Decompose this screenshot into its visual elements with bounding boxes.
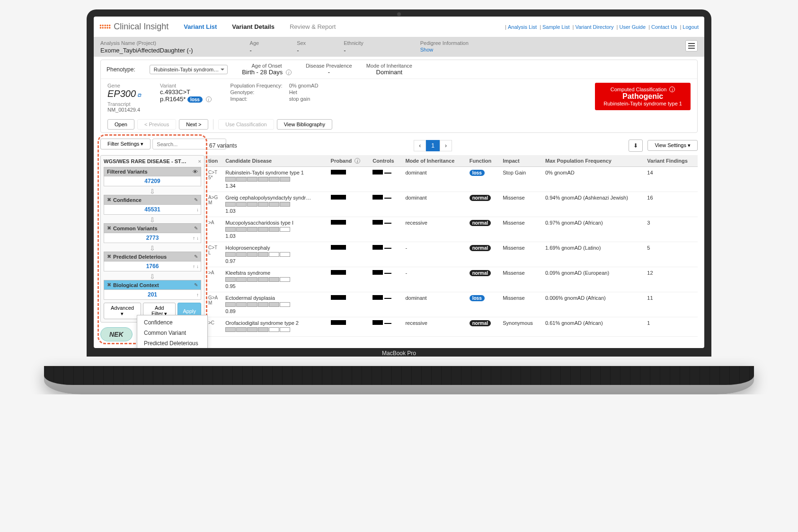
phenotype-select[interactable]: Rubinstein-Taybi syndrom… (150, 65, 228, 74)
score-bar (225, 302, 323, 307)
proband-cell (327, 167, 369, 192)
filter-block-name: Common Variants (113, 226, 192, 231)
edit-icon[interactable]: ✎ (194, 254, 198, 259)
pager-next[interactable]: › (440, 140, 452, 151)
filter-block-count[interactable]: 45531 (144, 206, 160, 213)
edit-icon[interactable]: ✎ (194, 282, 198, 288)
ethnicity-label: Ethnicity (344, 40, 364, 46)
table-column-header[interactable]: Function (466, 155, 499, 167)
table-row[interactable]: C>T5* Rubinstein-Taybi syndrome type 11.… (204, 167, 698, 192)
export-icon[interactable]: ⬇ (629, 140, 643, 152)
filter-settings-button[interactable]: Filter Settings ▾ (100, 139, 151, 149)
proband-cell (327, 242, 369, 267)
view-settings-button[interactable]: View Settings ▾ (647, 140, 698, 151)
ethnicity-value: - (344, 47, 364, 54)
advanced-button[interactable]: Advanced ▾ (104, 303, 141, 319)
filter-block-head[interactable]: ✖ Biological Context ✎ (104, 280, 201, 290)
tab-review-report[interactable]: Review & Report (284, 20, 342, 33)
pager-prev[interactable]: ‹ (414, 140, 426, 151)
laptop-label: MacBook Pro (94, 348, 704, 357)
pedigree-show-link[interactable]: Show (420, 47, 469, 52)
table-column-header[interactable]: Impact (499, 155, 541, 167)
reorder-arrows[interactable]: ↑ ↓ (193, 235, 199, 241)
filter-block-count[interactable]: 1766 (146, 263, 159, 270)
add-filter-menu-item[interactable]: Predicted Deleterious (137, 338, 207, 348)
open-button[interactable]: Open (107, 119, 134, 130)
pager-page-1[interactable]: 1 (426, 140, 440, 151)
arrow-down-icon: ⇩ (104, 217, 201, 223)
arrow-down-icon: ⇩ (104, 245, 201, 252)
gene-badge[interactable]: NEK (100, 327, 133, 341)
filter-block-count[interactable]: 201 (148, 291, 157, 298)
eye-icon[interactable]: 👁 (193, 169, 198, 174)
reorder-arrows[interactable]: ↓ (196, 207, 199, 212)
filter-block-head[interactable]: ✖ Predicted Deleterious ✎ (104, 252, 201, 262)
remove-filter-icon[interactable]: ✖ (107, 253, 111, 260)
freq-cell: 0.09% gnomAD (European) (541, 267, 643, 292)
remove-filter-icon[interactable]: ✖ (107, 225, 111, 231)
table-column-header[interactable]: Controls (369, 155, 401, 167)
add-filter-menu: ConfidenceCommon VariantPredicted Delete… (137, 315, 208, 348)
prevalence-value: - (306, 69, 352, 76)
function-cell: loss (466, 292, 499, 317)
function-cell: normal (466, 267, 499, 292)
reorder-arrows[interactable]: ↑ ↓ (193, 264, 199, 269)
info-icon[interactable]: i (669, 87, 675, 92)
add-filter-menu-item[interactable]: Common Variant (137, 328, 207, 338)
hamburger-menu-icon[interactable] (685, 40, 698, 52)
filter-block-head[interactable]: ✖ Common Variants ✎ (104, 223, 201, 233)
filter-block-count[interactable]: 2773 (146, 235, 159, 241)
prevalence-label: Disease Prevalence (306, 63, 352, 69)
app-logo-text: Clinical Insight (114, 22, 168, 32)
variant-label: Variant (160, 83, 211, 88)
info-icon[interactable]: i (355, 158, 360, 164)
table-row[interactable]: >A Kleefstra syndrome0.95 - normal Misse… (204, 267, 698, 292)
candidate-disease-cell: Kleefstra syndrome0.95 (222, 267, 327, 292)
filter-block-name: Biological Context (113, 282, 192, 288)
table-row[interactable]: G>AM Ectodermal dysplasia0.89 dominant l… (204, 292, 698, 317)
function-cell: loss (466, 167, 499, 192)
filter-block-head[interactable]: ✖ Confidence ✎ (104, 195, 201, 205)
table-row[interactable]: C>TL Holoprosencephaly0.97 - normal Miss… (204, 242, 698, 267)
table-column-header[interactable]: Candidate Disease (222, 155, 327, 167)
link-logout[interactable]: Logout (683, 24, 699, 30)
app-logo: ●●●●●●●●●● Clinical Insight (99, 22, 168, 32)
reorder-arrows[interactable]: ↑ (196, 292, 199, 297)
link-user-guide[interactable]: User Guide (619, 24, 646, 30)
info-icon[interactable]: i (206, 96, 212, 102)
link-contact-us[interactable]: Contact Us (651, 24, 677, 30)
table-column-header[interactable]: Variant Findings (643, 155, 698, 167)
remove-filter-icon[interactable]: ✖ (107, 197, 111, 203)
use-classification-button[interactable]: Use Classification (218, 119, 274, 130)
table-row[interactable]: >C Orofaciodigital syndrome type 2 reces… (204, 317, 698, 337)
table-column-header[interactable]: Mode of Inheritance (401, 155, 465, 167)
link-analysis-list[interactable]: Analysis List (508, 24, 537, 30)
table-row[interactable]: >A Mucopolysaccharidosis type I1.03 rece… (204, 217, 698, 242)
tab-variant-details[interactable]: Variant Details (226, 20, 280, 33)
close-icon[interactable]: × (198, 158, 201, 164)
external-link-icon[interactable]: ⧉ (137, 92, 141, 98)
impact-cell: Missense (499, 192, 541, 217)
remove-filter-icon[interactable]: ✖ (107, 282, 111, 288)
variant-cdna: c.4933C>T (160, 88, 211, 96)
filter-first-count[interactable]: 47209 (144, 178, 160, 184)
impact-cell: Missense (499, 292, 541, 317)
freq-cell: 0.94% gnomAD (Ashkenazi Jewish) (541, 192, 643, 217)
next-button[interactable]: Next > (179, 119, 208, 130)
add-filter-menu-item[interactable]: Confidence (137, 317, 207, 328)
view-bibliography-button[interactable]: View Bibliography (277, 119, 332, 130)
edit-icon[interactable]: ✎ (194, 197, 198, 202)
link-sample-list[interactable]: Sample List (542, 24, 569, 30)
findings-cell: 12 (643, 267, 698, 292)
impact-value: stop gain (289, 96, 319, 102)
table-row[interactable]: A>GM Greig cephalopolysyndactyly syndr…1… (204, 192, 698, 217)
col-position: tion (204, 155, 222, 167)
previous-button[interactable]: < Previous (137, 119, 176, 130)
link-variant-directory[interactable]: Variant Directory (575, 24, 613, 30)
table-column-header[interactable]: Max Population Frequency (541, 155, 643, 167)
info-icon[interactable]: i (286, 70, 292, 75)
candidate-disease-cell: Greig cephalopolysyndactyly syndr…1.03 (222, 192, 327, 217)
edit-icon[interactable]: ✎ (194, 226, 198, 231)
tab-variant-list[interactable]: Variant List (178, 20, 222, 33)
table-column-header[interactable]: Proband i (327, 155, 369, 167)
